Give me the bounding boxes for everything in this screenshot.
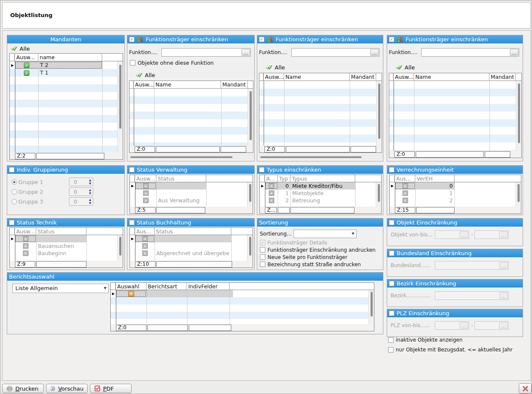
panel-enable-checkbox[interactable] — [129, 167, 135, 173]
table-row[interactable]: 2 — [390, 197, 521, 204]
drucken-button[interactable]: Drucken — [2, 384, 44, 393]
column-header-ausw[interactable]: Ausw... — [264, 73, 284, 81]
row-checkbox-cell[interactable] — [135, 182, 156, 190]
column-header-ausw[interactable]: Ausw... — [394, 73, 414, 81]
cell-status[interactable]: Bauansuchen — [36, 242, 86, 250]
row-checkbox-cell[interactable] — [265, 182, 278, 190]
cell-name[interactable]: T 1 — [38, 69, 102, 77]
cell-vereh[interactable]: 0 — [415, 182, 454, 190]
column-header-indivfelder[interactable]: IndivFelder — [187, 283, 230, 290]
column-header-ausw[interactable]: Ausw... — [15, 54, 38, 61]
panel-enable-checkbox[interactable] — [389, 220, 394, 225]
scrollbar-thumb[interactable] — [249, 184, 251, 202]
column-header-mandant[interactable]: Mandant — [489, 73, 516, 81]
stepper-down-icon[interactable] — [89, 192, 91, 195]
cell-status[interactable] — [155, 235, 231, 242]
cell-indivfelder[interactable] — [187, 290, 230, 297]
crossed-checkbox-icon[interactable] — [142, 243, 148, 249]
cell-name[interactable]: T 2 — [38, 61, 102, 69]
table-row[interactable] — [130, 190, 253, 197]
column-header-vereh[interactable]: VerEH — [415, 175, 454, 182]
table-row[interactable]: Baubeginn — [10, 250, 123, 257]
table-row[interactable] — [130, 242, 253, 250]
table-row[interactable] — [130, 182, 253, 190]
row-checkbox-cell[interactable] — [15, 69, 38, 77]
bezeichnung-statt-strasse-checkbox[interactable] — [260, 262, 265, 267]
cell-status[interactable] — [156, 182, 206, 190]
panel-enable-checkbox[interactable] — [389, 281, 394, 286]
panel-enable-checkbox[interactable] — [389, 311, 394, 316]
select-all-link[interactable]: Alle — [136, 72, 155, 78]
close-button[interactable] — [519, 383, 532, 394]
lookup-button[interactable] — [242, 49, 250, 56]
scrollbar-thumb[interactable] — [249, 237, 251, 256]
table-row[interactable] — [10, 235, 123, 242]
crossed-checkbox-icon[interactable] — [269, 198, 274, 203]
table-row[interactable] — [111, 290, 374, 297]
cell-typ[interactable]: 1 — [278, 190, 290, 197]
row-checkbox-cell[interactable] — [135, 250, 155, 257]
column-header-ausw[interactable]: Ausw... — [135, 175, 156, 182]
row-checkbox-cell[interactable] — [135, 235, 155, 242]
row-checkbox-cell[interactable] — [395, 182, 415, 190]
stepper-up-icon[interactable] — [89, 198, 91, 201]
scrollbar-thumb[interactable] — [378, 83, 380, 139]
scrollbar-thumb[interactable] — [119, 237, 121, 256]
gruppe-2-stepper[interactable]: 0 — [69, 187, 93, 196]
cell-status[interactable] — [36, 235, 86, 242]
einschraenkung-andrucken-checkbox[interactable] — [260, 247, 265, 253]
vertical-scrollbar[interactable] — [247, 182, 253, 207]
column-header-a[interactable]: A... — [265, 175, 278, 182]
table-row[interactable]: Abgerechnet und übergebe — [130, 250, 253, 257]
inaktive-objekte-checkbox[interactable] — [388, 337, 394, 343]
panel-enable-checkbox[interactable] — [389, 250, 394, 256]
column-header-name[interactable]: Name — [154, 81, 221, 88]
table-row[interactable] — [130, 235, 253, 242]
cell-status[interactable]: Aus Verwaltung — [156, 197, 206, 204]
column-header-typ[interactable]: Typ — [278, 175, 290, 182]
column-header-berichtsart[interactable]: Berichtsart — [147, 283, 187, 290]
gruppe-1-stepper[interactable]: 0 — [69, 178, 93, 186]
vertical-scrollbar[interactable] — [376, 81, 382, 146]
vorschau-button[interactable]: Vorschau — [46, 384, 88, 393]
vertical-scrollbar[interactable] — [516, 81, 521, 151]
panel-enable-checkbox[interactable] — [259, 37, 265, 42]
cell-berichtsart[interactable] — [147, 290, 187, 297]
panel-enable-checkbox[interactable] — [259, 167, 265, 173]
scrollbar-thumb[interactable] — [371, 292, 373, 316]
stepper-down-icon[interactable] — [89, 202, 91, 205]
column-header-name[interactable]: Name — [414, 73, 489, 81]
panel-enable-checkbox[interactable] — [9, 220, 14, 225]
table-row[interactable]: T 2 — [10, 61, 123, 69]
vertical-scrollbar[interactable] — [117, 235, 123, 261]
sortierung-dropdown[interactable] — [293, 230, 357, 238]
row-checkbox-cell[interactable] — [265, 197, 278, 204]
radio-gruppe-3[interactable] — [12, 199, 17, 204]
cell-vereh[interactable]: 1 — [415, 190, 454, 197]
bezugsdatum-checkbox[interactable] — [388, 347, 394, 353]
column-header-ausw[interactable]: Ausw... — [15, 228, 36, 235]
column-header-auswahl[interactable]: Auswahl — [116, 283, 147, 290]
panel-enable-checkbox[interactable] — [129, 220, 135, 225]
checked-checkbox-icon[interactable] — [24, 63, 29, 68]
crossed-checkbox-icon[interactable] — [143, 190, 149, 196]
table-row[interactable]: 1 — [390, 190, 521, 197]
panel-enable-checkbox[interactable] — [9, 167, 14, 173]
row-checkbox-cell[interactable] — [395, 197, 415, 204]
scrollbar-thumb[interactable] — [518, 83, 520, 143]
crossed-checkbox-icon[interactable] — [403, 183, 408, 189]
row-checkbox-cell[interactable] — [135, 190, 156, 197]
horizontal-scrollbar[interactable] — [259, 155, 382, 159]
crossed-checkbox-icon[interactable] — [142, 250, 148, 256]
column-header-typus[interactable]: Typus — [290, 175, 355, 182]
row-checkbox-cell[interactable] — [395, 190, 415, 197]
objekte-ohne-funktion-checkbox[interactable] — [130, 60, 135, 66]
scrollbar-thumb[interactable] — [119, 65, 121, 129]
vertical-scrollbar[interactable] — [247, 235, 253, 261]
column-header-mandant[interactable]: Mandant — [350, 73, 376, 81]
row-checkbox-cell[interactable] — [265, 190, 278, 197]
stepper-up-icon[interactable] — [89, 179, 91, 182]
row-checkbox-cell[interactable] — [15, 235, 36, 242]
scrollbar-thumb[interactable] — [518, 184, 520, 202]
cell-status[interactable] — [156, 190, 206, 197]
